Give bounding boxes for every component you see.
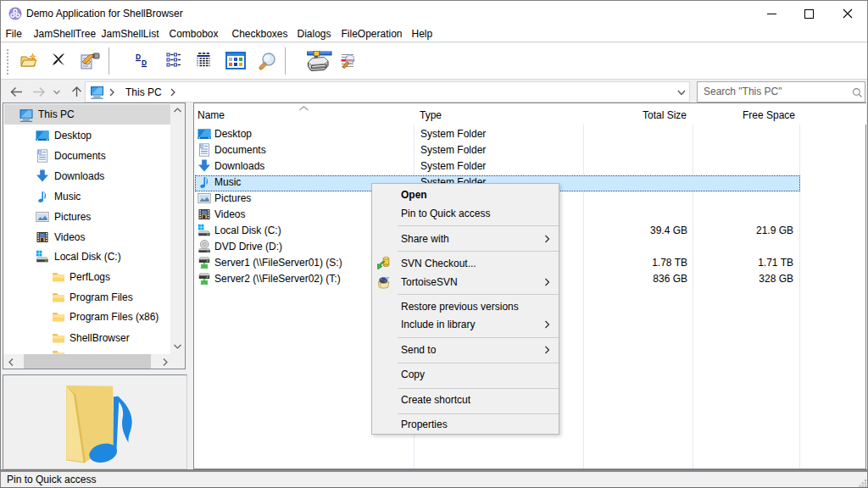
svg-text:D: D (142, 58, 147, 67)
svg-text:D: D (136, 53, 141, 61)
